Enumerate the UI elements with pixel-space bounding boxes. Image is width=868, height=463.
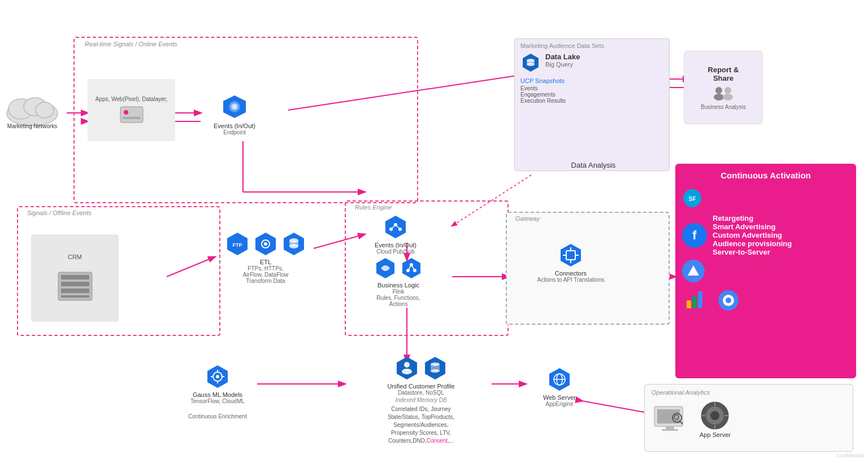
svg-point-25 (36, 102, 54, 118)
svg-point-29 (233, 106, 236, 108)
ftp-icon: FTP (225, 231, 250, 256)
business-logic-title: Business Logic (377, 282, 419, 289)
retargeting-label: Retargeting (713, 214, 792, 222)
google-row (682, 260, 849, 282)
svg-marker-87 (397, 357, 417, 379)
ucp-title: Unified Customer Profile (387, 383, 454, 390)
svg-rect-34 (61, 295, 89, 298)
marketing-audience-label: Marketing Audience Data Sets (520, 42, 663, 49)
people-icon (712, 85, 735, 102)
connectors-sub: Actions to API Translations (537, 277, 605, 283)
svg-rect-101 (662, 429, 678, 431)
web-server-icon (547, 367, 572, 392)
audience-provisioning-label: Audience provisioning (713, 239, 792, 248)
etl-gear-icon (253, 231, 278, 256)
facebook-row: f Retargeting Smart Advertising Custom A… (682, 214, 849, 256)
data-analysis-label: Data Analysis (571, 161, 616, 169)
etl-db-icon (281, 231, 306, 256)
connectors-icon (558, 243, 583, 268)
svg-marker-44 (385, 216, 406, 238)
connectors-label: Connectors (555, 270, 587, 277)
operational-analytics-box: Operational Analytics (644, 384, 853, 452)
events-pubsub-icon (383, 215, 408, 239)
svg-rect-75 (692, 296, 697, 308)
svg-point-79 (726, 298, 731, 303)
business-logic-sub: Flink (392, 289, 404, 295)
ucp-snapshot-events: Events (520, 85, 663, 91)
events-pubsub-node: Events (In/Out) Cloud Pub/Sub (356, 215, 435, 255)
events-endpoint-node: Events (In/Out) Endpoint (201, 93, 268, 136)
custom-advertising-label: Custom Advertising (713, 231, 792, 239)
server-to-server-label: Server-to-Server (713, 248, 792, 256)
svg-rect-100 (666, 426, 674, 429)
svg-point-82 (216, 375, 219, 378)
etl-icons: FTP (225, 231, 306, 256)
svg-marker-51 (402, 258, 420, 278)
ucp-details: Correlated IDs, JourneyState/Status, Top… (388, 405, 454, 445)
svg-point-107 (710, 411, 719, 420)
crm-label: CRM (68, 254, 82, 260)
app-server-label: App Server (700, 431, 731, 438)
operational-analytics-icons: App Server (652, 400, 846, 438)
diagram-container: Real-time Signals / Online Events Apps, … (0, 0, 868, 463)
web-server-sub: AppEngine (546, 401, 574, 407)
svg-rect-19 (120, 107, 143, 123)
svg-point-63 (724, 87, 731, 94)
svg-point-39 (264, 242, 267, 246)
crm-icon (55, 264, 95, 303)
svg-text:FTP: FTP (233, 242, 242, 248)
rules-engine-label: Rules Engine (355, 204, 392, 211)
svg-rect-21 (123, 117, 141, 119)
events-endpoint-title: Events (In/Out) (214, 123, 255, 129)
monitor-search-icon (652, 404, 688, 435)
gateway-label: Gateway (515, 215, 540, 222)
continuous-activation-box: Continuous Activation SF f Retargeting S… (675, 164, 856, 378)
facebook-icon: f (682, 223, 707, 248)
svg-rect-31 (61, 275, 89, 279)
flink-icon (374, 257, 397, 279)
ucp-snapshot-execution: Execution Results (520, 98, 663, 104)
web-server-node: Web Server AppEngine (526, 367, 593, 407)
gauss-ml-title: Gauss ML Models (193, 391, 242, 398)
report-share-title: Report &Share (708, 65, 739, 82)
ucp-snapshots-section: UCP Snapshots Events Engagements Executi… (520, 77, 663, 104)
connectors-node: Connectors Actions to API Translations (526, 243, 616, 283)
ucp-db-icon (423, 356, 448, 381)
crm-box: CRM (31, 234, 119, 322)
business-logic-sub2: Rules, Functions,Actions (376, 295, 420, 307)
etl-node: FTP ETL FTPs, HTTPs,AirFlow, DataFlowTra… (215, 231, 316, 284)
continuous-activation-title: Continuous Activation (682, 171, 849, 180)
salesforce-icon: SF (682, 188, 702, 208)
gauss-ml-node: Gauss ML Models TensorFlow, CloudML Cont… (170, 364, 266, 420)
ucp-node: Unified Customer Profile Datastore, NoSQ… (348, 356, 494, 445)
business-logic-node: Business Logic Flink Rules, Functions,Ac… (353, 257, 444, 307)
ucp-snapshots-label: UCP Snapshots (520, 77, 663, 84)
marketing-audience-box: Marketing Audience Data Sets Data Lake B… (514, 38, 670, 171)
gauss-ml-icon (205, 364, 230, 389)
report-share-box: Report &Share Business Analysis (684, 51, 763, 124)
smart-advertising-label: Smart Advertising (713, 222, 792, 231)
tag-manager-box: Apps, Web(Pixel), Datalayer, (88, 79, 175, 141)
svg-point-64 (723, 94, 733, 101)
data-lake-row: Data Lake Big Query (520, 53, 663, 73)
events-pubsub-title: Events (In/Out) (375, 242, 416, 248)
marketing-networks-label: Marketing Networks (7, 123, 57, 129)
ucp-icons (394, 356, 448, 381)
svg-point-20 (124, 110, 128, 115)
ucp-sub: Datastore, NoSQL (398, 390, 444, 396)
svg-point-61 (715, 87, 722, 94)
offline-label: Signals / Offline Events (27, 209, 92, 216)
events-pubsub-sub: Cloud Pub/Sub (376, 248, 414, 255)
business-logic-icons (374, 257, 423, 279)
svg-rect-32 (61, 282, 89, 286)
operational-analytics-label: Operational Analytics (652, 389, 846, 396)
svg-rect-74 (687, 300, 691, 308)
gauss-ml-sub: TensorFlow, CloudML (190, 398, 245, 404)
tag-manager-icon (118, 104, 145, 125)
activation-features: Retargeting Smart Advertising Custom Adv… (713, 214, 792, 256)
analytics-icon (682, 288, 707, 313)
data-lake-title: Data Lake (545, 53, 580, 61)
ucp-snapshot-engagements: Engagements (520, 91, 663, 98)
svg-point-89 (402, 369, 412, 374)
app-server-icon (700, 400, 731, 431)
